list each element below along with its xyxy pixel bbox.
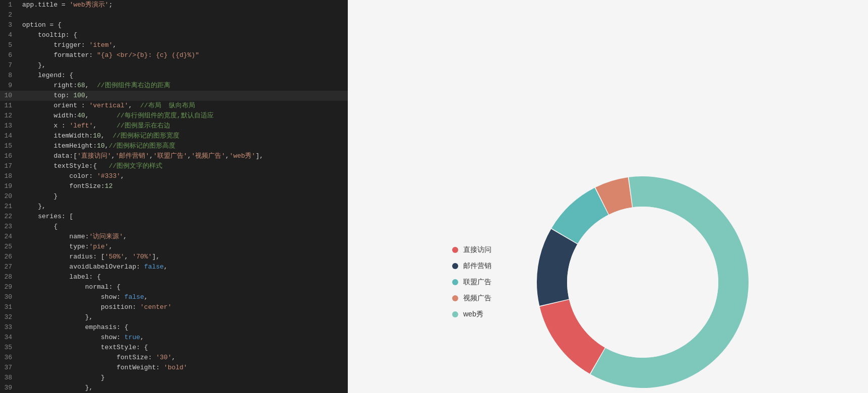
code-line: 17 textStyle:{ //图例文字的样式 [0, 161, 348, 171]
line-content: itemHeight:10,//图例标记的图形高度 [20, 141, 348, 151]
line-number: 29 [0, 282, 20, 292]
line-content: right:68, //图例组件离右边的距离 [20, 81, 348, 91]
line-number: 38 [0, 373, 20, 383]
line-number: 25 [0, 242, 20, 252]
code-line: 4 tooltip: { [0, 30, 348, 40]
code-line: 25 type:'pie', [0, 242, 348, 252]
code-line: 16 data:['直接访问','邮件营销','联盟广告','视频广告','we… [0, 151, 348, 161]
line-content: formatter: "{a} <br/>{b}: {c} ({d}%)" [20, 50, 348, 60]
code-line: 32 }, [0, 312, 348, 322]
code-line: 12 width:40, //每行例组件的宽度,默认自适应 [0, 111, 348, 121]
legend-item: 邮件营销 [452, 261, 491, 271]
code-line: 33 emphasis: { [0, 322, 348, 333]
code-line: 28 label: { [0, 272, 348, 282]
line-number: 11 [0, 101, 20, 111]
line-content: show: true, [20, 333, 348, 343]
legend-color-dot [452, 279, 458, 285]
line-content: app.title = 'web秀演示'; [20, 0, 348, 10]
legend-color-dot [452, 295, 458, 301]
code-line: 14 itemWidth:10, //图例标记的图形宽度 [0, 131, 348, 141]
line-content: }, [20, 312, 348, 322]
line-content: } [20, 191, 348, 202]
code-line: 6 formatter: "{a} <br/>{b}: {c} ({d}%)" [0, 50, 348, 60]
legend-color-dot [452, 311, 458, 317]
code-line: 37 fontWeight: 'bold' [0, 363, 348, 373]
line-content: show: false, [20, 292, 348, 302]
line-number: 13 [0, 121, 20, 131]
line-number: 36 [0, 353, 20, 363]
line-number: 9 [0, 81, 20, 91]
line-content: }, [20, 383, 348, 393]
code-line: 5 trigger: 'item', [0, 40, 348, 50]
line-content: color: '#333', [20, 171, 348, 181]
code-line: 20 } [0, 191, 348, 202]
line-content: textStyle:{ //图例文字的样式 [20, 161, 348, 171]
donut-center [567, 207, 718, 358]
line-number: 20 [0, 191, 20, 202]
legend-label: 邮件营销 [463, 261, 491, 271]
line-number: 7 [0, 60, 20, 71]
code-line: 24 name:'访问来源', [0, 232, 348, 242]
line-number: 21 [0, 202, 20, 212]
line-number: 10 [0, 91, 20, 101]
line-number: 39 [0, 383, 20, 393]
code-line: 21 }, [0, 202, 348, 212]
code-line: 1app.title = 'web秀演示'; [0, 0, 348, 10]
legend-label: web秀 [463, 310, 483, 319]
code-line: 19 fontSize:12 [0, 181, 348, 191]
line-number: 37 [0, 363, 20, 373]
line-content: series: [ [20, 212, 348, 222]
line-content: itemWidth:10, //图例标记的图形宽度 [20, 131, 348, 141]
line-content: data:['直接访问','邮件营销','联盟广告','视频广告','web秀'… [20, 151, 348, 161]
line-content: normal: { [20, 282, 348, 292]
code-panel: 1app.title = 'web秀演示';2 3option = {4 too… [0, 0, 348, 393]
line-number: 24 [0, 232, 20, 242]
code-line: 8 legend: { [0, 71, 348, 81]
code-line: 11 orient : 'vertical', //布局 纵向布局 [0, 101, 348, 111]
code-line: 3option = { [0, 20, 348, 30]
code-line: 22 series: [ [0, 212, 348, 222]
line-number: 23 [0, 222, 20, 232]
legend-label: 联盟广告 [463, 278, 491, 287]
line-content: position: 'center' [20, 302, 348, 312]
line-content: } [20, 373, 348, 383]
legend-label: 直接访问 [463, 245, 491, 254]
line-content: radius: ['50%', '70%'], [20, 252, 348, 262]
line-content: name:'访问来源', [20, 232, 348, 242]
line-content: }, [20, 202, 348, 212]
legend-item: 联盟广告 [452, 278, 491, 287]
code-line: 26 radius: ['50%', '70%'], [0, 252, 348, 262]
line-number: 27 [0, 262, 20, 272]
line-content: option = { [20, 20, 348, 30]
chart-container: 直接访问邮件营销联盟广告视频广告web秀 [452, 161, 764, 393]
code-line: 10 top: 100, [0, 91, 348, 101]
line-number: 14 [0, 131, 20, 141]
line-content: x : 'left', //图例显示在右边 [20, 121, 348, 131]
code-line: 34 show: true, [0, 333, 348, 343]
line-number: 28 [0, 272, 20, 282]
line-content: width:40, //每行例组件的宽度,默认自适应 [20, 111, 348, 121]
line-number: 3 [0, 20, 20, 30]
line-number: 19 [0, 181, 20, 191]
line-content: legend: { [20, 71, 348, 81]
line-number: 5 [0, 40, 20, 50]
line-content: type:'pie', [20, 242, 348, 252]
line-number: 16 [0, 151, 20, 161]
line-number: 32 [0, 312, 20, 322]
line-number: 30 [0, 292, 20, 302]
line-content: orient : 'vertical', //布局 纵向布局 [20, 101, 348, 111]
line-number: 15 [0, 141, 20, 151]
code-line: 31 position: 'center' [0, 302, 348, 312]
line-number: 22 [0, 212, 20, 222]
line-content: fontSize: '30', [20, 353, 348, 363]
line-number: 12 [0, 111, 20, 121]
line-number: 8 [0, 71, 20, 81]
line-content: { [20, 222, 348, 232]
code-line: 27 avoidLabelOverlap: false, [0, 262, 348, 272]
line-content: }, [20, 60, 348, 71]
line-content [20, 10, 348, 20]
line-content: fontSize:12 [20, 181, 348, 191]
line-content: emphasis: { [20, 322, 348, 333]
line-number: 6 [0, 50, 20, 60]
line-number: 34 [0, 333, 20, 343]
